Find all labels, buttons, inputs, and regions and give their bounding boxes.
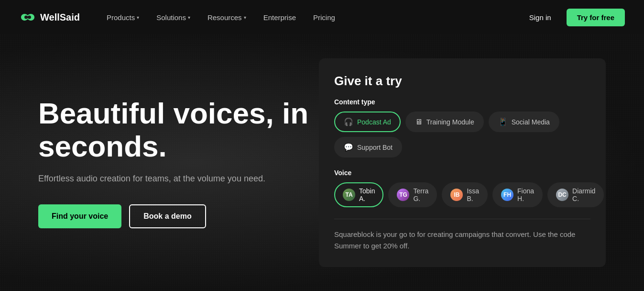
- nav-links: Products ▾ Solutions ▾ Resources ▾ Enter…: [99, 10, 522, 25]
- voice-pill-tobin[interactable]: TA Tobin A.: [334, 182, 383, 207]
- voice-name: Tobin A.: [359, 187, 375, 202]
- pill-support-bot[interactable]: 💬 Support Bot: [334, 137, 402, 157]
- try-it-card: Give it a try Content type 🎧 Podcast Ad …: [319, 58, 606, 267]
- nav-item-resources[interactable]: Resources ▾: [200, 10, 254, 25]
- avatar-diarmid: DC: [556, 189, 568, 201]
- content-type-pills: 🎧 Podcast Ad 🖥 Training Module 📱 Social …: [334, 112, 590, 157]
- pill-label: Podcast Ad: [357, 118, 391, 126]
- chevron-down-icon: ▾: [137, 15, 139, 20]
- pill-label: Support Bot: [357, 144, 393, 151]
- hero-buttons: Find your voice Book a demo: [38, 204, 316, 228]
- find-voice-button[interactable]: Find your voice: [38, 204, 121, 228]
- avatar-tobin: TA: [343, 189, 355, 201]
- pill-training-module[interactable]: 🖥 Training Module: [405, 112, 484, 132]
- hero-section: Beautiful voices, in seconds. Effortless…: [0, 34, 644, 291]
- avatar-issa: IB: [450, 189, 463, 201]
- voice-name: Diarmid C.: [572, 187, 595, 202]
- nav-item-solutions[interactable]: Solutions ▾: [149, 10, 198, 25]
- phone-icon: 📱: [498, 117, 508, 126]
- voice-label: Voice: [334, 169, 590, 177]
- pill-label: Training Module: [426, 118, 474, 126]
- sign-in-button[interactable]: Sign in: [522, 10, 559, 25]
- voice-pill-issa[interactable]: IB Issa B.: [442, 182, 488, 207]
- headphones-icon: 🎧: [344, 117, 353, 126]
- chevron-down-icon: ▾: [188, 15, 190, 20]
- pill-social-media[interactable]: 📱 Social Media: [489, 112, 559, 132]
- nav-item-pricing[interactable]: Pricing: [306, 10, 343, 25]
- nav-item-enterprise[interactable]: Enterprise: [256, 10, 304, 25]
- content-type-label: Content type: [334, 98, 590, 106]
- voice-name: Fiona H.: [517, 187, 534, 202]
- pill-podcast-ad[interactable]: 🎧 Podcast Ad: [334, 112, 401, 132]
- book-demo-button[interactable]: Book a demo: [129, 204, 206, 228]
- navbar: WellSaid Products ▾ Solutions ▾ Resource…: [0, 0, 644, 34]
- chat-icon: 💬: [344, 143, 353, 152]
- brand-name: WellSaid: [40, 12, 80, 23]
- avatar-terra: TG: [397, 189, 409, 201]
- voice-pill-diarmid[interactable]: DC Diarmid C.: [547, 182, 604, 207]
- pill-label: Social Media: [512, 118, 550, 126]
- nav-item-products[interactable]: Products ▾: [99, 10, 147, 25]
- try-free-button[interactable]: Try for free: [567, 9, 625, 26]
- avatar-fiona: FH: [501, 189, 513, 201]
- promo-text: Squareblock is your go to for creating c…: [334, 229, 590, 252]
- chevron-down-icon: ▾: [244, 15, 246, 20]
- hero-subtitle: Effortless audio creation for teams, at …: [38, 172, 316, 185]
- logo[interactable]: WellSaid: [19, 11, 80, 23]
- hero-left: Beautiful voices, in seconds. Effortless…: [38, 97, 316, 228]
- voice-pill-fiona[interactable]: FH Fiona H.: [492, 182, 543, 207]
- voice-pill-terra[interactable]: TG Terra G.: [388, 182, 437, 207]
- hero-title: Beautiful voices, in seconds.: [38, 97, 316, 162]
- nav-right: Sign in Try for free: [522, 9, 625, 26]
- voice-pills: TA Tobin A. TG Terra G. IB Issa B. FH Fi…: [334, 182, 590, 207]
- voice-name: Issa B.: [467, 187, 479, 202]
- monitor-icon: 🖥: [415, 118, 423, 126]
- voice-name: Terra G.: [413, 187, 428, 202]
- card-title: Give it a try: [334, 74, 590, 89]
- card-divider: [334, 219, 590, 219]
